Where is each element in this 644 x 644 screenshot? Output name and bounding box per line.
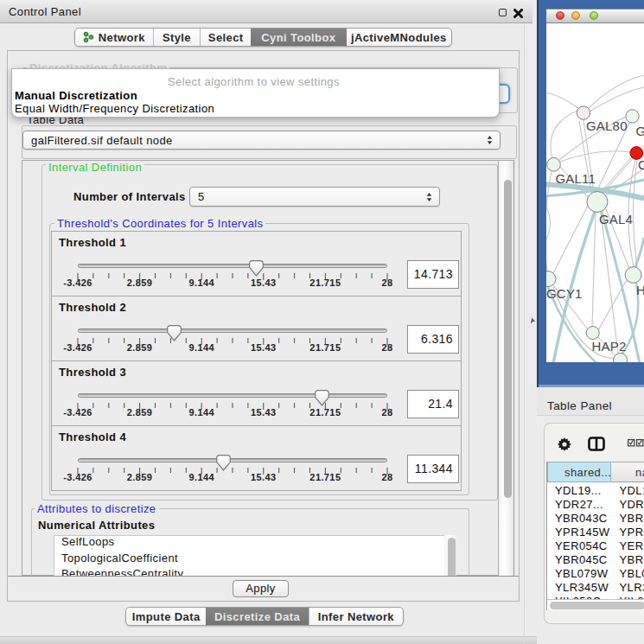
svg-text:GAL4: GAL4	[599, 212, 633, 226]
svg-text:HAP2: HAP2	[592, 339, 627, 354]
svg-text:GAL11: GAL11	[556, 171, 596, 186]
svg-text:GAL80: GAL80	[586, 118, 628, 133]
svg-text:HA: HA	[636, 283, 644, 297]
svg-text:GCY1: GCY1	[546, 286, 583, 301]
svg-text:GA: GA	[636, 124, 644, 138]
svg-text:CR: CR	[638, 157, 644, 172]
